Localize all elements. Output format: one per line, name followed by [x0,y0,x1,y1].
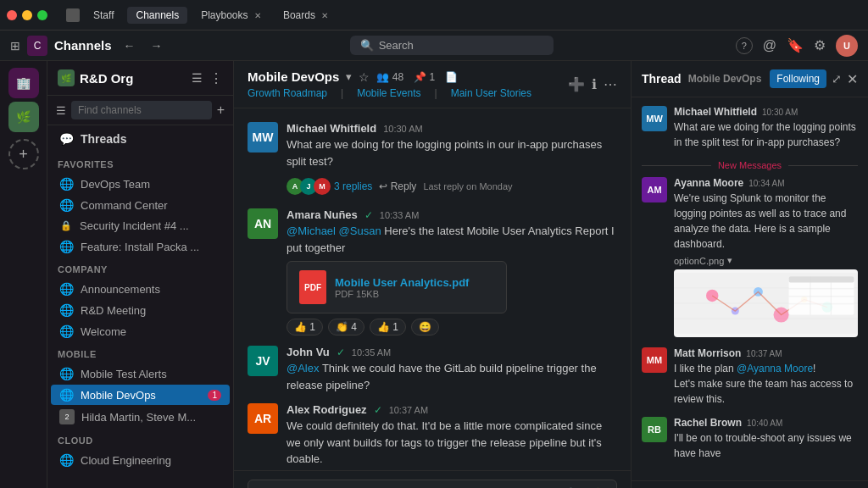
thread-msg-text: I like the plan @Ayanna Moore!Let's make… [674,361,858,407]
thread-avatar: MM [642,347,667,373]
help-icon[interactable]: ? [736,37,753,54]
more-actions-icon[interactable]: ⋯ [604,76,617,92]
sidebar-item-announcements[interactable]: 🌐 Announcements [51,279,230,299]
file-icon: PDF [299,270,326,304]
minimize-dot[interactable] [22,10,32,20]
topbar-title: Channels [54,38,112,53]
add-workspace-button[interactable]: + [8,139,39,169]
threads-label: Threads [81,132,126,146]
msg-text: What are we doing for the logging points… [287,136,617,169]
sidebar-item-label: Mobile DevOps [81,389,156,402]
file-name[interactable]: Mobile User Analytics.pdf [335,276,469,289]
thread-original-message: MW Michael Whitfield 10:30 AM What are w… [642,106,858,150]
channel-title-row: Mobile DevOps ▾ ☆ 👥 48 📌 1 📄 [248,69,531,84]
sidebar-item-label: Hilda Martin, Steve M... [81,411,196,424]
sidebar-scroll: FAVORITES 🌐 DevOps Team 🌐 Command Center… [47,152,233,488]
sidebar-item-mobile-devops[interactable]: 🌐 Mobile DevOps 1 [51,385,230,405]
icon-rail: 🏢 🌿 + [0,61,47,488]
sidebar-more-icon[interactable]: ⋮ [209,70,223,86]
sidebar-item-command-center[interactable]: 🌐 Command Center [51,195,230,215]
emoji-reaction[interactable]: 😄 [411,319,439,336]
msg-author: Michael Whitfield [287,122,376,135]
sidebar-item-threads[interactable]: 💬 Threads [51,125,230,152]
msg-header: Amara Nuñes ✓ 10:33 AM [287,208,617,221]
thread-msg-content: Ayanna Moore 10:34 AM We're using Splunk… [674,177,858,337]
reply-count[interactable]: 3 replies [334,180,372,192]
svg-point-4 [706,290,718,302]
tab-channels[interactable]: Channels [127,7,187,24]
maximize-dot[interactable] [37,10,47,20]
workspace-icon-main[interactable]: 🏢 [8,68,39,98]
find-channels-input[interactable] [71,101,212,119]
forward-button[interactable]: → [146,37,168,54]
link-mobile-events[interactable]: Mobile Events [357,87,420,99]
user-avatar[interactable]: U [836,35,858,57]
sidebar-item-feature[interactable]: 🌐 Feature: Install Packa ... [51,236,230,257]
tab-playbooks-close[interactable]: ✕ [254,11,261,20]
thumbnail-filename: optionC.png [674,256,724,266]
emoji-reaction[interactable]: 👍 1 [287,319,323,336]
info-icon[interactable]: ℹ [592,76,597,92]
msg-time: 10:33 AM [380,210,419,220]
bookmark-icon[interactable]: 🔖 [787,37,804,53]
add-members-icon[interactable]: ➕ [568,76,585,92]
tab-playbooks[interactable]: Playbooks ✕ [192,7,270,24]
search-bar[interactable]: 🔍 Search [350,36,554,55]
following-button[interactable]: Following [770,69,826,88]
sidebar-item-rd-meeting[interactable]: 🌐 R&D Meeting [51,300,230,320]
link-main-stories[interactable]: Main User Stories [451,87,531,99]
attachment-label: optionC.png ▾ [674,255,858,266]
sidebar-item-mobile-test[interactable]: 🌐 Mobile Test Alerts [51,363,230,384]
add-channel-icon[interactable]: + [217,103,225,118]
workspace-icon-alt[interactable]: 🌿 [8,102,39,132]
globe-icon: 🌐 [59,282,74,296]
sidebar-item-cloud-engineering[interactable]: 🌐 Cloud Engineering [51,450,230,470]
msg-author: Amara Nuñes [287,208,358,221]
channel-star[interactable]: ☆ [359,70,370,84]
thread-expand-icon[interactable]: ⤢ [832,72,842,86]
sidebar-item-label: Security Incident #4 ... [80,219,189,232]
app-layout: 🏢 🌿 + 🌿 R&D Org ☰ ⋮ ☰ + 💬 Threads FAVORI… [0,61,868,488]
at-icon[interactable]: @ [763,38,776,53]
link-growth-roadmap[interactable]: Growth Roadmap [248,87,327,99]
sidebar-item-welcome[interactable]: 🌐 Welcome [51,321,230,341]
sidebar-item-devops-team[interactable]: 🌐 DevOps Team [51,174,230,194]
doc-icon[interactable]: 📄 [445,71,458,83]
tab-boards-close[interactable]: ✕ [321,11,328,20]
globe-icon: 🌐 [59,240,74,253]
tab-staff[interactable]: Staff [85,7,122,24]
sidebar-item-label: R&D Meeting [81,304,146,317]
sidebar: 🌿 R&D Org ☰ ⋮ ☰ + 💬 Threads FAVORITES 🌐 … [47,61,234,488]
thread-header: Thread Mobile DevOps Following ⤢ ✕ [632,61,868,97]
thread-panel: Thread Mobile DevOps Following ⤢ ✕ MW Mi… [631,61,868,488]
tab-boards[interactable]: Boards ✕ [275,7,337,24]
globe-icon: 🌐 [59,324,74,338]
globe-icon: 🌐 [59,198,74,212]
cloud-label: CLOUD [47,429,233,449]
emoji-reaction[interactable]: 👏 4 [328,319,364,336]
topbar-left: ⊞ C Channels ← → [10,36,168,56]
channel-chevron[interactable]: ▾ [346,70,352,83]
grid-icon[interactable]: ⊞ [10,39,20,53]
thread-msg-header: Matt Morrison 10:37 AM [674,347,858,359]
thread-msg-author: Rachel Brown [674,417,742,429]
thread-msg-text: What are we doing for the logging points… [674,119,858,150]
reply-action[interactable]: ↩ Reply [379,180,416,192]
emoji-reaction[interactable]: 👍 1 [370,319,406,336]
thread-close-icon[interactable]: ✕ [847,71,858,87]
verified-icon: ✓ [337,347,345,358]
close-dot[interactable] [7,10,17,20]
channel-meta: 👥 48 📌 1 📄 [376,71,458,83]
filter-icon[interactable]: ☰ [192,71,203,85]
thread-header-actions: Following ⤢ ✕ [770,69,858,88]
message-row: AN Amara Nuñes ✓ 10:33 AM @Michael @Susa… [248,205,617,339]
thread-avatar: MW [642,106,667,131]
sidebar-header: 🌿 R&D Org ☰ ⋮ [47,61,233,96]
sidebar-item-dm[interactable]: 2 Hilda Martin, Steve M... [51,406,230,428]
sidebar-item-security[interactable]: 🔒 Security Incident #4 ... [51,216,230,236]
msg-text: We could definitely do that. It'd be a l… [287,418,617,468]
thread-msg-text: We're using Splunk to monitor the loggin… [674,191,858,252]
dropdown-icon[interactable]: ▾ [727,255,732,266]
back-button[interactable]: ← [119,37,141,54]
settings-icon[interactable]: ⚙ [814,37,826,53]
